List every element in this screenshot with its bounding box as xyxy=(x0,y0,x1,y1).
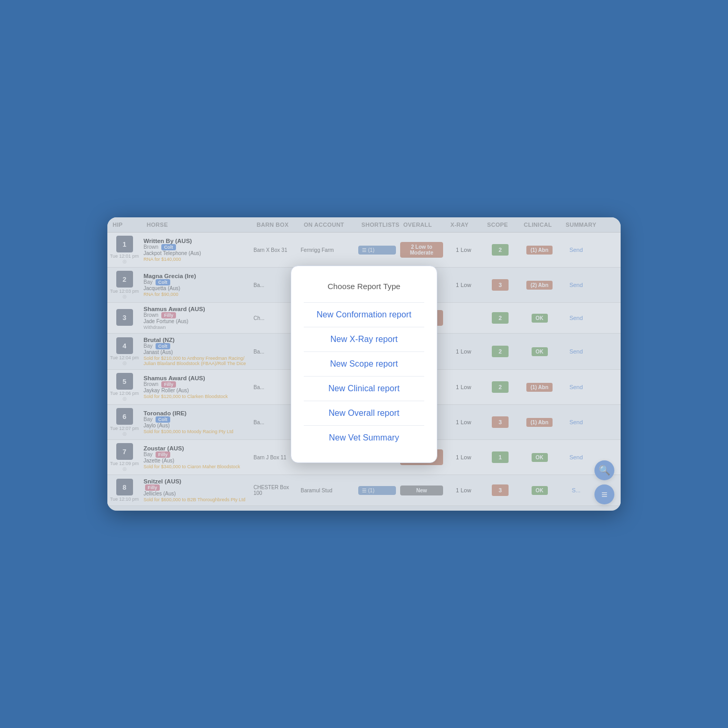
table-area: HIP HORSE BARN BOX ON ACCOUNT Shortlists… xyxy=(107,217,621,511)
modal-title: Choose Report Type xyxy=(304,282,424,291)
outer-background: HIP HORSE BARN BOX ON ACCOUNT Shortlists… xyxy=(0,0,728,728)
modal-box: Choose Report Type New Conformation repo… xyxy=(291,266,437,463)
new-clinical-report[interactable]: New Clinical report xyxy=(304,376,424,401)
modal-overlay[interactable]: Choose Report Type New Conformation repo… xyxy=(107,217,621,511)
new-scope-report[interactable]: New Scope report xyxy=(304,351,424,376)
new-overall-report[interactable]: New Overall report xyxy=(304,401,424,425)
modal-items-container: New Conformation reportNew X-Ray reportN… xyxy=(304,302,424,450)
new-vet-summary[interactable]: New Vet Summary xyxy=(304,425,424,450)
new-xray-report[interactable]: New X-Ray report xyxy=(304,327,424,351)
app-window: HIP HORSE BARN BOX ON ACCOUNT Shortlists… xyxy=(107,217,621,511)
new-conformation-report[interactable]: New Conformation report xyxy=(304,302,424,327)
